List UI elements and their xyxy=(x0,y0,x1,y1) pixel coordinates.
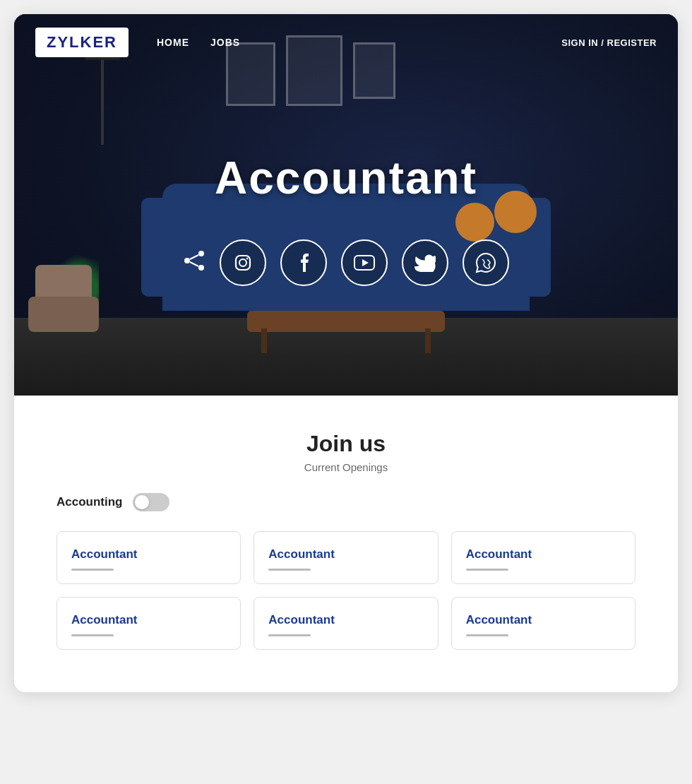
svg-rect-5 xyxy=(236,256,250,270)
nav-jobs[interactable]: JOBS xyxy=(210,37,240,48)
logo-text: ZYLKER xyxy=(47,33,117,51)
job-card-4[interactable]: Accountant xyxy=(56,597,241,650)
lower-section: Join us Current Openings Accounting Acco… xyxy=(14,396,678,692)
instagram-icon[interactable] xyxy=(220,239,266,286)
nav-sign-in[interactable]: SIGN IN / REGISTER xyxy=(561,37,657,48)
svg-point-0 xyxy=(184,258,190,263)
job-card-title-3: Accountant xyxy=(466,547,621,562)
social-row xyxy=(183,239,509,286)
job-card-title-6: Accountant xyxy=(466,613,621,627)
svg-line-3 xyxy=(190,255,198,259)
youtube-icon[interactable] xyxy=(341,239,388,286)
job-card-divider-6 xyxy=(466,634,508,636)
hero-content: Accountant xyxy=(14,14,678,396)
job-card-title-4: Accountant xyxy=(71,613,226,627)
job-card-title-2: Accountant xyxy=(268,547,423,562)
filter-label: Accounting xyxy=(56,495,123,509)
toggle-knob xyxy=(135,495,149,509)
join-heading: Join us xyxy=(56,431,636,457)
job-grid: Accountant Accountant Accountant Account… xyxy=(56,531,636,650)
job-card-6[interactable]: Accountant xyxy=(451,597,636,650)
job-card-divider-2 xyxy=(268,569,311,571)
svg-marker-9 xyxy=(362,259,369,266)
nav-links: HOME JOBS xyxy=(157,37,561,48)
svg-point-1 xyxy=(198,251,204,256)
filter-row: Accounting xyxy=(56,493,636,511)
page-wrapper: ZYLKER HOME JOBS SIGN IN / REGISTER Acco… xyxy=(14,14,678,692)
accounting-toggle[interactable] xyxy=(133,493,169,511)
share-icon[interactable] xyxy=(183,251,205,275)
svg-point-7 xyxy=(246,258,249,260)
job-card-divider-4 xyxy=(71,634,114,636)
job-card-1[interactable]: Accountant xyxy=(56,531,241,584)
navbar: ZYLKER HOME JOBS SIGN IN / REGISTER xyxy=(14,14,678,71)
hero-title: Accountant xyxy=(215,152,477,204)
job-card-2[interactable]: Accountant xyxy=(253,531,438,584)
job-card-divider-5 xyxy=(268,634,311,636)
whatsapp-icon[interactable] xyxy=(463,239,509,286)
twitter-icon[interactable] xyxy=(402,239,448,286)
current-openings-label: Current Openings xyxy=(56,461,636,473)
job-card-5[interactable]: Accountant xyxy=(253,597,438,650)
logo-box[interactable]: ZYLKER xyxy=(35,28,129,57)
svg-point-2 xyxy=(198,265,204,271)
facebook-icon[interactable] xyxy=(280,239,327,286)
svg-line-4 xyxy=(190,262,198,266)
job-card-divider-3 xyxy=(466,569,508,571)
job-card-title-5: Accountant xyxy=(268,613,423,627)
job-card-3[interactable]: Accountant xyxy=(451,531,636,584)
nav-home[interactable]: HOME xyxy=(157,37,189,48)
hero-section: ZYLKER HOME JOBS SIGN IN / REGISTER Acco… xyxy=(14,14,678,396)
job-card-title-1: Accountant xyxy=(71,547,226,562)
job-card-divider-1 xyxy=(71,569,114,571)
svg-point-6 xyxy=(239,259,246,266)
